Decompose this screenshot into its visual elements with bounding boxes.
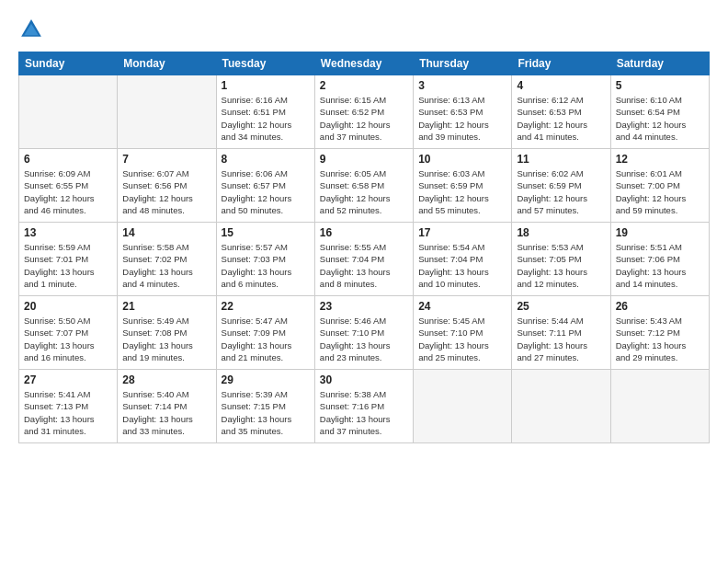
day-number: 6	[24, 153, 112, 166]
day-info: Sunrise: 5:44 AMSunset: 7:11 PMDaylight:…	[517, 315, 605, 363]
day-number: 1	[222, 79, 310, 92]
weekday-tuesday: Tuesday	[216, 52, 314, 75]
calendar-cell: 21Sunrise: 5:49 AMSunset: 7:08 PMDayligh…	[118, 296, 216, 370]
calendar-cell: 7Sunrise: 6:07 AMSunset: 6:56 PMDaylight…	[118, 149, 216, 223]
day-number: 27	[24, 373, 112, 386]
calendar-cell	[414, 370, 512, 443]
day-number: 23	[320, 300, 408, 313]
day-info: Sunrise: 5:45 AMSunset: 7:10 PMDaylight:…	[418, 315, 506, 363]
day-info: Sunrise: 6:16 AMSunset: 6:51 PMDaylight:…	[222, 94, 310, 143]
page: SundayMondayTuesdayWednesdayThursdayFrid…	[0, 0, 728, 563]
day-info: Sunrise: 6:09 AMSunset: 6:55 PMDaylight:…	[24, 167, 112, 216]
calendar-cell: 24Sunrise: 5:45 AMSunset: 7:10 PMDayligh…	[414, 296, 512, 370]
calendar-cell: 12Sunrise: 6:01 AMSunset: 7:00 PMDayligh…	[610, 149, 709, 223]
calendar-cell: 10Sunrise: 6:03 AMSunset: 6:59 PMDayligh…	[414, 149, 512, 223]
day-number: 25	[517, 300, 605, 313]
day-info: Sunrise: 6:06 AMSunset: 6:57 PMDaylight:…	[222, 167, 310, 216]
weekday-sunday: Sunday	[19, 52, 118, 75]
day-info: Sunrise: 6:13 AMSunset: 6:53 PMDaylight:…	[418, 94, 506, 143]
calendar-cell: 6Sunrise: 6:09 AMSunset: 6:55 PMDaylight…	[19, 149, 118, 223]
calendar-body: 1Sunrise: 6:16 AMSunset: 6:51 PMDaylight…	[19, 75, 710, 443]
calendar-cell	[610, 370, 709, 443]
day-number: 21	[122, 300, 210, 313]
day-info: Sunrise: 5:49 AMSunset: 7:08 PMDaylight:…	[122, 315, 210, 363]
day-info: Sunrise: 5:38 AMSunset: 7:16 PMDaylight:…	[320, 388, 408, 437]
day-number: 9	[320, 153, 408, 166]
week-row-2: 13Sunrise: 5:59 AMSunset: 7:01 PMDayligh…	[19, 223, 710, 296]
day-info: Sunrise: 5:57 AMSunset: 7:03 PMDaylight:…	[222, 241, 310, 290]
calendar-cell: 17Sunrise: 5:54 AMSunset: 7:04 PMDayligh…	[414, 223, 512, 296]
logo	[18, 17, 48, 42]
week-row-1: 6Sunrise: 6:09 AMSunset: 6:55 PMDaylight…	[19, 149, 710, 223]
day-info: Sunrise: 6:02 AMSunset: 6:59 PMDaylight:…	[517, 167, 605, 216]
day-info: Sunrise: 5:47 AMSunset: 7:09 PMDaylight:…	[222, 315, 310, 363]
calendar-cell: 8Sunrise: 6:06 AMSunset: 6:57 PMDaylight…	[216, 149, 314, 223]
calendar-cell: 30Sunrise: 5:38 AMSunset: 7:16 PMDayligh…	[314, 370, 413, 443]
calendar-cell: 18Sunrise: 5:53 AMSunset: 7:05 PMDayligh…	[512, 223, 610, 296]
day-info: Sunrise: 5:41 AMSunset: 7:13 PMDaylight:…	[24, 388, 112, 437]
day-number: 8	[222, 153, 310, 166]
day-info: Sunrise: 5:51 AMSunset: 7:06 PMDaylight:…	[616, 241, 704, 290]
calendar-cell: 1Sunrise: 6:16 AMSunset: 6:51 PMDaylight…	[216, 75, 314, 149]
day-number: 7	[122, 153, 210, 166]
calendar-cell	[118, 75, 216, 149]
day-info: Sunrise: 6:10 AMSunset: 6:54 PMDaylight:…	[616, 94, 704, 143]
calendar-cell: 9Sunrise: 6:05 AMSunset: 6:58 PMDaylight…	[314, 149, 413, 223]
calendar-table: SundayMondayTuesdayWednesdayThursdayFrid…	[18, 52, 710, 443]
weekday-wednesday: Wednesday	[314, 52, 413, 75]
day-number: 3	[418, 79, 506, 92]
day-info: Sunrise: 5:40 AMSunset: 7:14 PMDaylight:…	[122, 388, 210, 437]
weekday-saturday: Saturday	[610, 52, 709, 75]
calendar-cell: 13Sunrise: 5:59 AMSunset: 7:01 PMDayligh…	[19, 223, 118, 296]
weekday-friday: Friday	[512, 52, 610, 75]
calendar-cell: 15Sunrise: 5:57 AMSunset: 7:03 PMDayligh…	[216, 223, 314, 296]
calendar-header: SundayMondayTuesdayWednesdayThursdayFrid…	[19, 52, 710, 75]
day-number: 14	[122, 226, 210, 239]
day-number: 29	[222, 373, 310, 386]
day-number: 22	[222, 300, 310, 313]
day-number: 4	[517, 79, 605, 92]
week-row-0: 1Sunrise: 6:16 AMSunset: 6:51 PMDaylight…	[19, 75, 710, 149]
day-info: Sunrise: 5:53 AMSunset: 7:05 PMDaylight:…	[517, 241, 605, 290]
calendar-cell: 16Sunrise: 5:55 AMSunset: 7:04 PMDayligh…	[314, 223, 413, 296]
calendar-cell: 23Sunrise: 5:46 AMSunset: 7:10 PMDayligh…	[314, 296, 413, 370]
day-info: Sunrise: 6:15 AMSunset: 6:52 PMDaylight:…	[320, 94, 408, 143]
day-info: Sunrise: 6:01 AMSunset: 7:00 PMDaylight:…	[616, 167, 704, 216]
day-number: 16	[320, 226, 408, 239]
day-number: 13	[24, 226, 112, 239]
calendar-cell: 25Sunrise: 5:44 AMSunset: 7:11 PMDayligh…	[512, 296, 610, 370]
calendar-cell	[19, 75, 118, 149]
day-number: 15	[222, 226, 310, 239]
day-number: 11	[517, 153, 605, 166]
day-number: 24	[418, 300, 506, 313]
calendar-cell: 11Sunrise: 6:02 AMSunset: 6:59 PMDayligh…	[512, 149, 610, 223]
day-number: 12	[616, 153, 704, 166]
calendar-cell: 19Sunrise: 5:51 AMSunset: 7:06 PMDayligh…	[610, 223, 709, 296]
calendar-cell: 20Sunrise: 5:50 AMSunset: 7:07 PMDayligh…	[19, 296, 118, 370]
calendar-cell: 29Sunrise: 5:39 AMSunset: 7:15 PMDayligh…	[216, 370, 314, 443]
week-row-4: 27Sunrise: 5:41 AMSunset: 7:13 PMDayligh…	[19, 370, 710, 443]
weekday-thursday: Thursday	[414, 52, 512, 75]
day-number: 17	[418, 226, 506, 239]
day-info: Sunrise: 5:54 AMSunset: 7:04 PMDaylight:…	[418, 241, 506, 290]
day-number: 28	[122, 373, 210, 386]
calendar-cell: 2Sunrise: 6:15 AMSunset: 6:52 PMDaylight…	[314, 75, 413, 149]
day-info: Sunrise: 6:07 AMSunset: 6:56 PMDaylight:…	[122, 167, 210, 216]
day-info: Sunrise: 5:46 AMSunset: 7:10 PMDaylight:…	[320, 315, 408, 363]
day-info: Sunrise: 6:03 AMSunset: 6:59 PMDaylight:…	[418, 167, 506, 216]
day-info: Sunrise: 5:59 AMSunset: 7:01 PMDaylight:…	[24, 241, 112, 290]
header	[18, 17, 710, 42]
day-number: 2	[320, 79, 408, 92]
day-info: Sunrise: 5:55 AMSunset: 7:04 PMDaylight:…	[320, 241, 408, 290]
day-info: Sunrise: 5:58 AMSunset: 7:02 PMDaylight:…	[122, 241, 210, 290]
weekday-monday: Monday	[118, 52, 216, 75]
calendar-cell: 22Sunrise: 5:47 AMSunset: 7:09 PMDayligh…	[216, 296, 314, 370]
calendar-cell	[512, 370, 610, 443]
calendar-cell: 26Sunrise: 5:43 AMSunset: 7:12 PMDayligh…	[610, 296, 709, 370]
day-info: Sunrise: 5:43 AMSunset: 7:12 PMDaylight:…	[616, 315, 704, 363]
weekday-header-row: SundayMondayTuesdayWednesdayThursdayFrid…	[19, 52, 710, 75]
day-number: 18	[517, 226, 605, 239]
day-number: 30	[320, 373, 408, 386]
day-info: Sunrise: 6:05 AMSunset: 6:58 PMDaylight:…	[320, 167, 408, 216]
week-row-3: 20Sunrise: 5:50 AMSunset: 7:07 PMDayligh…	[19, 296, 710, 370]
